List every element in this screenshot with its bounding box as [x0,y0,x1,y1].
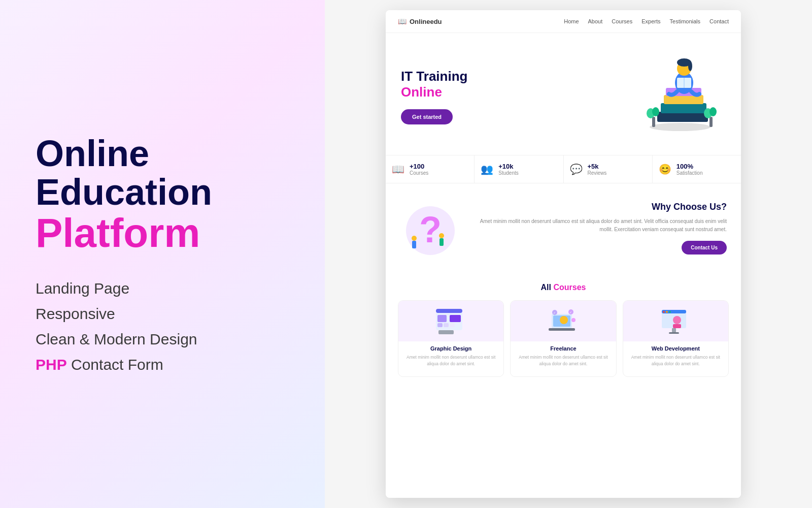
stat-satisfaction: 😊 100% Satisfaction [653,155,741,183]
courses-icon: 📖 [392,163,404,175]
nav-logo: 📖 Onlineedu [398,17,442,25]
web-dev-title: Web Development [628,345,723,352]
svg-rect-11 [652,117,655,127]
why-section: ? Why Choose Us? Amet minim mollit non d… [386,183,741,273]
hero-text: IT Training Online Get started [401,69,624,124]
satisfaction-icon: 😊 [659,163,671,175]
svg-rect-14 [709,117,713,127]
contact-us-button[interactable]: Contact Us [682,241,727,255]
graphic-design-desc: Amet minim mollit non deserunt ullamco e… [403,354,498,367]
get-started-button[interactable]: Get started [401,109,453,124]
svg-rect-30 [438,330,454,334]
stats-row: 📖 +100 Courses 👥 +10k Students 💬 +5k Rev… [386,155,741,183]
courses-heading: All Courses [398,283,729,292]
svg-rect-26 [437,323,443,327]
why-text: Why Choose Us? Amet minim mollit non des… [471,202,727,255]
svg-rect-2 [661,103,706,113]
svg-text:?: ? [419,209,442,250]
website-preview: 📖 Onlineedu Home About Courses Experts T… [386,10,741,498]
svg-point-45 [673,316,681,324]
php-label: PHP [36,356,67,373]
svg-point-21 [439,233,444,238]
navbar: 📖 Onlineedu Home About Courses Experts T… [386,10,741,33]
logo-text: Onlineedu [410,18,442,25]
stat-students: 👥 +10k Students [475,155,563,183]
course-card-web-dev: Web Development Amet minim mollit non de… [623,300,729,377]
svg-rect-48 [669,332,679,334]
svg-rect-47 [672,328,676,332]
nav-contact[interactable]: Contact [709,18,729,24]
features-list: Landing Page Responsive Clean & Modern D… [36,280,289,373]
hero-subtitle: Online [401,84,624,100]
satisfaction-label: Satisfaction [676,170,703,176]
svg-point-19 [412,236,417,241]
right-panel: 📖 Onlineedu Home About Courses Experts T… [325,0,812,508]
feature-clean-design: Clean & Modern Design [36,331,289,348]
svg-rect-46 [673,324,681,328]
svg-rect-20 [412,241,416,248]
svg-text:✓: ✓ [553,311,556,314]
svg-rect-22 [439,238,444,246]
freelance-img: ✓ ✓ [511,301,616,341]
nav-links: Home About Courses Experts Testimonials … [564,18,729,24]
freelance-desc: Amet minim mollit non deserunt ullamco e… [516,354,611,367]
svg-rect-41 [662,310,686,313]
students-label: Students [498,170,518,176]
why-desc: Amet minim mollit non deserunt ullamco e… [471,217,727,234]
feature-php-form: PHP Contact Form [36,356,289,373]
hero-section: IT Training Online Get started [386,33,741,155]
nav-home[interactable]: Home [564,18,579,24]
svg-rect-28 [450,323,455,327]
students-num: +10k [498,163,518,170]
students-icon: 👥 [481,163,493,175]
courses-heading-pink: Courses [553,283,586,292]
svg-point-13 [652,107,659,116]
reviews-icon: 💬 [570,163,583,175]
graphic-design-title: Graphic Design [403,345,498,352]
hero-title: IT Training [401,69,624,84]
svg-point-16 [709,107,717,116]
svg-point-0 [650,123,710,131]
courses-section: All Courses [386,273,741,498]
svg-point-44 [669,311,671,313]
svg-rect-25 [437,315,447,322]
stat-reviews: 💬 +5k Reviews [564,155,653,183]
reviews-num: +5k [588,163,607,170]
svg-point-39 [571,318,576,322]
svg-point-43 [666,311,668,313]
svg-point-42 [663,311,665,313]
book-icon: 📖 [398,17,407,25]
why-title: Why Choose Us? [471,202,727,212]
course-card-graphic-design: Graphic Design Amet minim mollit non des… [398,300,504,377]
courses-num: +100 [410,163,428,170]
svg-rect-27 [444,323,449,327]
web-dev-desc: Amet minim mollit non deserunt ullamco e… [628,354,723,367]
svg-rect-29 [450,315,461,322]
satisfaction-num: 100% [676,163,703,170]
nav-testimonials[interactable]: Testimonials [670,18,701,24]
stat-courses: 📖 +100 Courses [386,155,475,183]
question-mark-illustration: ? [400,198,461,259]
svg-point-8 [688,61,692,71]
hero-illustration [624,48,726,145]
title-block: Online Education Platform [36,135,289,254]
svg-text:✓: ✓ [569,311,572,314]
courses-grid: Graphic Design Amet minim mollit non des… [398,300,729,377]
svg-rect-24 [436,309,462,313]
freelance-title: Freelance [516,345,611,352]
feature-responsive: Responsive [36,305,289,323]
graphic-design-img [398,301,503,341]
web-dev-img [623,301,728,341]
title-line1: Online [36,135,289,173]
nav-courses[interactable]: Courses [612,18,632,24]
left-panel: Online Education Platform Landing Page R… [0,0,325,508]
feature-landing-page: Landing Page [36,280,289,297]
reviews-label: Reviews [588,170,607,176]
nav-experts[interactable]: Experts [641,18,660,24]
nav-about[interactable]: About [588,18,603,24]
courses-label: Courses [410,170,428,176]
title-line2: Education [36,173,289,212]
svg-rect-33 [549,328,575,331]
svg-point-34 [560,316,568,324]
course-card-freelance: ✓ ✓ Freelance Amet minim mollit non dese… [510,300,616,377]
